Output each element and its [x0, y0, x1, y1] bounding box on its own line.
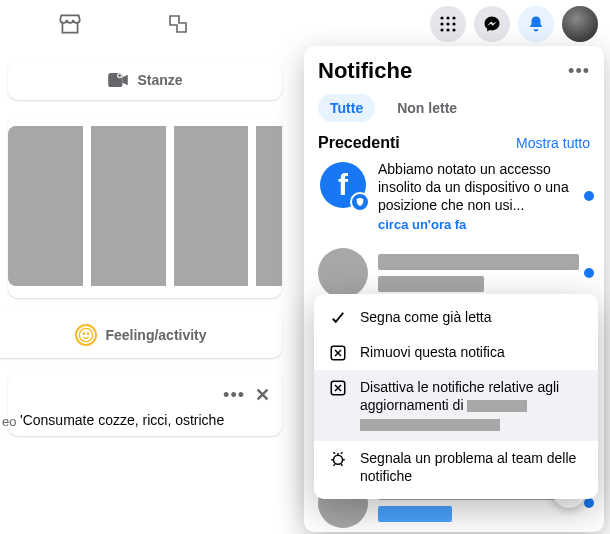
topbar-nav [12, 10, 192, 38]
story-tile[interactable] [91, 126, 166, 286]
svg-point-16 [334, 455, 343, 464]
shield-icon [350, 192, 370, 212]
notification-context-menu: Segna come già letta Rimuovi questa noti… [314, 294, 598, 499]
bug-icon [328, 450, 348, 468]
svg-point-8 [452, 28, 455, 31]
svg-point-13 [88, 333, 89, 334]
ctx-mark-read[interactable]: Segna come già letta [314, 300, 598, 335]
unread-dot-icon [584, 268, 594, 278]
svg-point-3 [440, 22, 443, 25]
svg-point-12 [84, 333, 85, 334]
ctx-report[interactable]: Segnala un problema al team delle notifi… [314, 441, 598, 493]
notification-time: circa un'ora fa [378, 217, 590, 232]
svg-point-11 [80, 328, 93, 341]
panel-title: Notifiche [318, 58, 412, 84]
smile-icon [75, 324, 97, 346]
stories-card [8, 114, 282, 298]
rooms-card[interactable]: Stanze [8, 60, 282, 100]
svg-point-6 [440, 28, 443, 31]
avatar[interactable] [562, 6, 598, 42]
video-icon [107, 72, 129, 88]
marketplace-icon[interactable] [56, 10, 84, 38]
x-box-icon [328, 344, 348, 362]
x-box-icon [328, 379, 348, 397]
post-close-icon[interactable]: ✕ [255, 384, 270, 406]
menu-grid-icon[interactable] [430, 6, 466, 42]
notifications-icon[interactable] [518, 6, 554, 42]
left-column: Stanze Feeling/activity ••• ✕ 'Consumate… [0, 60, 290, 450]
notification-item[interactable]: f Abbiamo notato un accesso insolito da … [304, 154, 604, 238]
svg-point-1 [446, 16, 449, 19]
check-icon [328, 309, 348, 327]
tab-unread[interactable]: Non lette [385, 94, 469, 122]
svg-point-5 [452, 22, 455, 25]
composer-feeling[interactable]: Feeling/activity [0, 312, 282, 358]
post-more-icon[interactable]: ••• [223, 385, 245, 406]
facebook-badge-icon: f [318, 160, 368, 210]
svg-point-4 [446, 22, 449, 25]
gaming-icon[interactable] [164, 10, 192, 38]
svg-point-7 [446, 28, 449, 31]
unread-dot-icon [584, 191, 594, 201]
avatar [318, 248, 368, 298]
feeling-label: Feeling/activity [105, 327, 206, 343]
story-tile[interactable] [8, 126, 83, 286]
ctx-disable-updates[interactable]: Disattiva le notifiche relative agli agg… [314, 370, 598, 441]
notif-tabs: Tutte Non lette [304, 90, 604, 130]
topbar-actions [430, 6, 598, 42]
notification-text: Abbiamo notato un accesso insolito da un… [378, 160, 590, 215]
story-tile[interactable] [174, 126, 249, 286]
show-all-link[interactable]: Mostra tutto [516, 135, 590, 151]
ctx-remove[interactable]: Rimuovi questa notifica [314, 335, 598, 370]
section-previous: Precedenti [318, 134, 400, 152]
messenger-icon[interactable] [474, 6, 510, 42]
rooms-label: Stanze [137, 72, 182, 88]
unread-dot-icon [584, 498, 594, 508]
topbar [0, 0, 610, 48]
cut-text: eo [0, 414, 16, 429]
post-card: ••• ✕ 'Consumate cozze, ricci, ostriche [8, 372, 282, 436]
post-text: 'Consumate cozze, ricci, ostriche [8, 410, 282, 428]
svg-point-0 [440, 16, 443, 19]
panel-more-icon[interactable]: ••• [568, 61, 590, 82]
svg-point-2 [452, 16, 455, 19]
story-tile[interactable] [256, 126, 282, 286]
tab-all[interactable]: Tutte [318, 94, 375, 122]
